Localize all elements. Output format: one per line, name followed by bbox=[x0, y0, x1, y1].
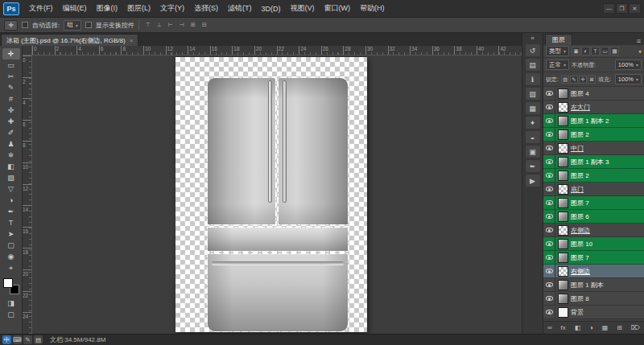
pen-tool[interactable]: ✒ bbox=[2, 206, 20, 217]
tab-close-icon[interactable]: × bbox=[130, 37, 134, 44]
layer-filter-icon[interactable]: ▭ bbox=[601, 47, 609, 55]
zoom-tool[interactable]: ⌖ bbox=[2, 262, 20, 273]
brush-tool[interactable]: ✐ bbox=[2, 127, 20, 138]
layer-filter-icon[interactable]: T bbox=[591, 47, 600, 55]
swatches-panel-icon[interactable]: ▦ bbox=[526, 102, 540, 114]
layer-filter-icon[interactable]: ▦ bbox=[610, 47, 619, 55]
adjustments-panel-icon[interactable]: ◒ bbox=[526, 131, 540, 143]
align-icon[interactable]: ⊟ bbox=[200, 20, 209, 30]
clone-stamp-tool[interactable]: ♟ bbox=[2, 138, 20, 150]
visibility-toggle[interactable] bbox=[543, 265, 555, 277]
layer-filter-kind-dropdown[interactable]: 类型 ▾ bbox=[546, 46, 569, 56]
info-panel-icon[interactable]: ℹ bbox=[526, 73, 540, 85]
visibility-toggle[interactable] bbox=[543, 155, 555, 168]
图层 7[interactable]: 图层 7 bbox=[543, 196, 644, 210]
path-selection-tool[interactable]: ➤ bbox=[2, 228, 20, 240]
channels-panel-icon[interactable]: ▣ bbox=[526, 146, 540, 158]
visibility-toggle[interactable] bbox=[543, 251, 555, 264]
layer-group-icon[interactable]: ▦ bbox=[602, 324, 609, 331]
左大门[interactable]: 左大门 bbox=[543, 101, 644, 114]
color-panel-icon[interactable]: ▧ bbox=[526, 88, 540, 100]
visibility-toggle[interactable] bbox=[543, 224, 555, 236]
layer-mask-icon[interactable]: ◧ bbox=[575, 324, 581, 331]
lock-icon[interactable]: ✛ bbox=[579, 76, 587, 84]
lasso-tool[interactable]: ✂ bbox=[2, 71, 20, 82]
document-canvas[interactable] bbox=[175, 57, 367, 332]
align-icon[interactable]: ⊤ bbox=[143, 20, 153, 30]
visibility-toggle[interactable] bbox=[543, 306, 555, 318]
auto-select-checkbox[interactable] bbox=[22, 22, 28, 28]
visibility-toggle[interactable] bbox=[543, 183, 555, 195]
menu-item[interactable]: 编辑(E) bbox=[58, 0, 92, 17]
lock-icon[interactable]: ✎ bbox=[570, 76, 578, 84]
ime-chinese-icon[interactable]: 中 bbox=[2, 335, 11, 344]
eraser-tool[interactable]: ◧ bbox=[2, 161, 20, 172]
menu-item[interactable]: 窗口(W) bbox=[320, 0, 356, 17]
close-button[interactable]: ✕ bbox=[629, 3, 641, 14]
menu-item[interactable]: 文件(F) bbox=[24, 0, 58, 17]
lock-icon[interactable]: ▨ bbox=[561, 76, 569, 84]
marquee-tool[interactable]: ▭ bbox=[2, 60, 20, 71]
menu-item[interactable]: 图层(L) bbox=[122, 0, 155, 17]
actions-panel-icon[interactable]: ▶ bbox=[526, 175, 540, 187]
menu-item[interactable]: 帮助(H) bbox=[355, 0, 390, 17]
minimize-button[interactable]: — bbox=[603, 3, 615, 14]
align-icon[interactable]: ⊢ bbox=[166, 20, 175, 30]
图层 2[interactable]: 图层 2 bbox=[543, 128, 644, 142]
opacity-value[interactable]: 100% ▾ bbox=[615, 60, 642, 70]
expand-panels-icon[interactable]: « bbox=[530, 35, 534, 42]
visibility-toggle[interactable] bbox=[543, 142, 555, 154]
link-layers-icon[interactable]: ∞ bbox=[547, 324, 552, 331]
图层 1 副本 2[interactable]: 图层 1 副本 2 bbox=[543, 114, 644, 128]
dodge-tool[interactable]: ◑ bbox=[2, 195, 20, 206]
paths-panel-icon[interactable]: ✒ bbox=[526, 160, 540, 172]
screen-mode-button[interactable]: ▢ bbox=[2, 309, 20, 320]
document-tab[interactable]: 冰箱 (主图).psd @ 16.7%(右侧边, RGB/8) × bbox=[1, 34, 138, 46]
visibility-toggle[interactable] bbox=[543, 87, 555, 100]
图层 1 副本[interactable]: 图层 1 副本 bbox=[543, 278, 644, 292]
visibility-toggle[interactable] bbox=[543, 128, 555, 141]
ime-settings-icon[interactable]: ▤ bbox=[34, 335, 43, 344]
eyedropper-tool[interactable]: ✜ bbox=[2, 105, 20, 116]
layer-style-icon[interactable]: fx bbox=[561, 324, 566, 331]
shape-tool[interactable]: ▢ bbox=[2, 240, 20, 251]
右侧边[interactable]: 右侧边 bbox=[543, 265, 644, 278]
背景[interactable]: 背景 bbox=[543, 306, 644, 319]
align-icon[interactable]: ⊣ bbox=[177, 20, 187, 30]
new-layer-icon[interactable]: ⊞ bbox=[617, 324, 622, 331]
hand-tool[interactable]: ◉ bbox=[2, 251, 20, 262]
keyboard-icon[interactable]: ⌨ bbox=[13, 335, 22, 344]
底门[interactable]: 底门 bbox=[543, 183, 644, 196]
color-swatches[interactable] bbox=[3, 278, 19, 294]
图层 4[interactable]: 图层 4 bbox=[543, 87, 644, 101]
中门[interactable]: 中门 bbox=[543, 142, 644, 155]
visibility-toggle[interactable] bbox=[543, 169, 555, 182]
move-tool[interactable]: ✛ bbox=[2, 48, 20, 60]
图层 8[interactable]: 图层 8 bbox=[543, 292, 644, 306]
healing-brush-tool[interactable]: ✚ bbox=[2, 116, 20, 127]
visibility-toggle[interactable] bbox=[543, 101, 555, 113]
lock-icon[interactable]: ⊠ bbox=[588, 76, 596, 84]
delete-layer-icon[interactable]: ⌦ bbox=[631, 324, 640, 331]
blur-tool[interactable]: ▽ bbox=[2, 183, 20, 195]
styles-panel-icon[interactable]: ✦ bbox=[526, 117, 540, 129]
history-panel-icon[interactable]: ↺ bbox=[526, 44, 540, 56]
history-brush-tool[interactable]: ❄ bbox=[2, 150, 20, 161]
blend-mode-dropdown[interactable]: 正常 ▾ bbox=[546, 60, 569, 70]
auto-select-target-dropdown[interactable]: 组 ▾ bbox=[64, 20, 81, 31]
visibility-toggle[interactable] bbox=[543, 196, 555, 209]
图层 7[interactable]: 图层 7 bbox=[543, 251, 644, 265]
menu-item[interactable]: 图像(I) bbox=[92, 0, 123, 17]
panel-menu-icon[interactable]: ≡ bbox=[637, 37, 641, 45]
maximize-button[interactable]: ❐ bbox=[616, 3, 628, 14]
图层 1 副本 3[interactable]: 图层 1 副本 3 bbox=[543, 155, 644, 169]
menu-item[interactable]: 选择(S) bbox=[189, 0, 223, 17]
visibility-toggle[interactable] bbox=[543, 237, 555, 250]
左侧边[interactable]: 左侧边 bbox=[543, 224, 644, 237]
图层 6[interactable]: 图层 6 bbox=[543, 210, 644, 224]
properties-panel-icon[interactable]: ▤ bbox=[526, 59, 540, 71]
visibility-toggle[interactable] bbox=[543, 278, 555, 291]
图层 10[interactable]: 图层 10 bbox=[543, 237, 644, 251]
foreground-color-swatch[interactable] bbox=[3, 278, 13, 288]
visibility-toggle[interactable] bbox=[543, 210, 555, 223]
